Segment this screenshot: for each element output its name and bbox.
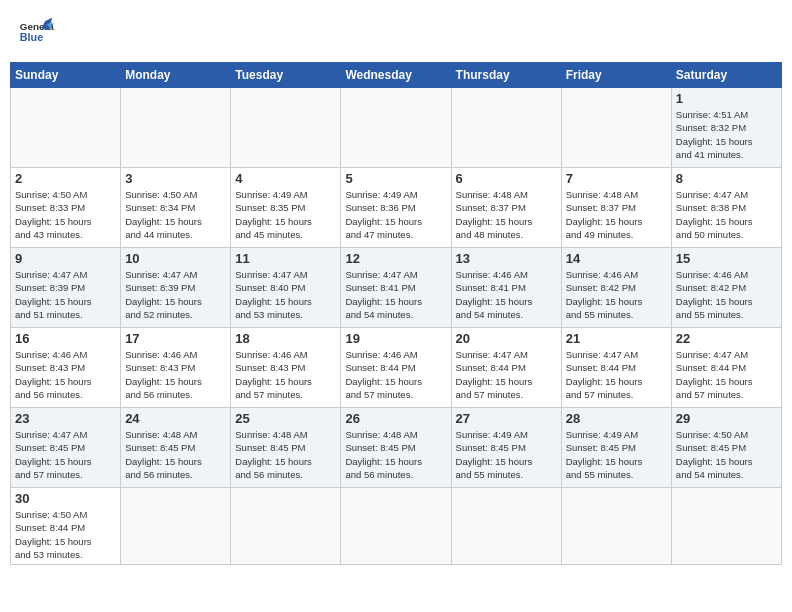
calendar-cell: 26Sunrise: 4:48 AM Sunset: 8:45 PM Dayli… [341, 408, 451, 488]
weekday-header-tuesday: Tuesday [231, 63, 341, 88]
day-info: Sunrise: 4:47 AM Sunset: 8:39 PM Dayligh… [15, 268, 116, 321]
calendar-cell: 14Sunrise: 4:46 AM Sunset: 8:42 PM Dayli… [561, 248, 671, 328]
day-info: Sunrise: 4:47 AM Sunset: 8:40 PM Dayligh… [235, 268, 336, 321]
day-number: 16 [15, 331, 116, 346]
calendar-cell: 19Sunrise: 4:46 AM Sunset: 8:44 PM Dayli… [341, 328, 451, 408]
calendar-header: SundayMondayTuesdayWednesdayThursdayFrid… [11, 63, 782, 88]
calendar-week-2: 2Sunrise: 4:50 AM Sunset: 8:33 PM Daylig… [11, 168, 782, 248]
calendar-cell: 6Sunrise: 4:48 AM Sunset: 8:37 PM Daylig… [451, 168, 561, 248]
day-number: 5 [345, 171, 446, 186]
calendar-cell: 23Sunrise: 4:47 AM Sunset: 8:45 PM Dayli… [11, 408, 121, 488]
day-number: 4 [235, 171, 336, 186]
calendar-cell: 12Sunrise: 4:47 AM Sunset: 8:41 PM Dayli… [341, 248, 451, 328]
calendar-cell [561, 88, 671, 168]
logo-icon: General Blue [18, 14, 54, 50]
weekday-header-thursday: Thursday [451, 63, 561, 88]
day-number: 2 [15, 171, 116, 186]
calendar-cell: 22Sunrise: 4:47 AM Sunset: 8:44 PM Dayli… [671, 328, 781, 408]
day-number: 27 [456, 411, 557, 426]
day-number: 1 [676, 91, 777, 106]
weekday-header-monday: Monday [121, 63, 231, 88]
calendar-cell [341, 488, 451, 565]
day-info: Sunrise: 4:50 AM Sunset: 8:33 PM Dayligh… [15, 188, 116, 241]
day-number: 28 [566, 411, 667, 426]
day-number: 3 [125, 171, 226, 186]
day-info: Sunrise: 4:47 AM Sunset: 8:44 PM Dayligh… [456, 348, 557, 401]
day-number: 25 [235, 411, 336, 426]
day-info: Sunrise: 4:46 AM Sunset: 8:43 PM Dayligh… [235, 348, 336, 401]
calendar-cell: 18Sunrise: 4:46 AM Sunset: 8:43 PM Dayli… [231, 328, 341, 408]
calendar-cell [231, 88, 341, 168]
calendar-cell: 29Sunrise: 4:50 AM Sunset: 8:45 PM Dayli… [671, 408, 781, 488]
calendar-cell: 13Sunrise: 4:46 AM Sunset: 8:41 PM Dayli… [451, 248, 561, 328]
day-number: 30 [15, 491, 116, 506]
day-info: Sunrise: 4:46 AM Sunset: 8:42 PM Dayligh… [676, 268, 777, 321]
day-number: 6 [456, 171, 557, 186]
calendar-cell: 16Sunrise: 4:46 AM Sunset: 8:43 PM Dayli… [11, 328, 121, 408]
calendar-week-6: 30Sunrise: 4:50 AM Sunset: 8:44 PM Dayli… [11, 488, 782, 565]
calendar-cell: 21Sunrise: 4:47 AM Sunset: 8:44 PM Dayli… [561, 328, 671, 408]
calendar-cell [671, 488, 781, 565]
day-number: 8 [676, 171, 777, 186]
day-info: Sunrise: 4:49 AM Sunset: 8:35 PM Dayligh… [235, 188, 336, 241]
day-info: Sunrise: 4:50 AM Sunset: 8:34 PM Dayligh… [125, 188, 226, 241]
calendar-cell [451, 488, 561, 565]
weekday-header-friday: Friday [561, 63, 671, 88]
calendar-cell [451, 88, 561, 168]
day-info: Sunrise: 4:48 AM Sunset: 8:45 PM Dayligh… [125, 428, 226, 481]
logo: General Blue [18, 14, 54, 50]
calendar-cell [561, 488, 671, 565]
calendar-cell: 30Sunrise: 4:50 AM Sunset: 8:44 PM Dayli… [11, 488, 121, 565]
calendar-cell: 15Sunrise: 4:46 AM Sunset: 8:42 PM Dayli… [671, 248, 781, 328]
day-number: 19 [345, 331, 446, 346]
day-info: Sunrise: 4:47 AM Sunset: 8:45 PM Dayligh… [15, 428, 116, 481]
calendar-body: 1Sunrise: 4:51 AM Sunset: 8:32 PM Daylig… [11, 88, 782, 565]
day-info: Sunrise: 4:47 AM Sunset: 8:39 PM Dayligh… [125, 268, 226, 321]
day-number: 7 [566, 171, 667, 186]
day-info: Sunrise: 4:46 AM Sunset: 8:41 PM Dayligh… [456, 268, 557, 321]
weekday-header-wednesday: Wednesday [341, 63, 451, 88]
day-number: 29 [676, 411, 777, 426]
calendar-cell [11, 88, 121, 168]
day-info: Sunrise: 4:51 AM Sunset: 8:32 PM Dayligh… [676, 108, 777, 161]
calendar-cell: 4Sunrise: 4:49 AM Sunset: 8:35 PM Daylig… [231, 168, 341, 248]
calendar-cell: 7Sunrise: 4:48 AM Sunset: 8:37 PM Daylig… [561, 168, 671, 248]
calendar-cell: 10Sunrise: 4:47 AM Sunset: 8:39 PM Dayli… [121, 248, 231, 328]
calendar-cell: 2Sunrise: 4:50 AM Sunset: 8:33 PM Daylig… [11, 168, 121, 248]
day-info: Sunrise: 4:49 AM Sunset: 8:45 PM Dayligh… [566, 428, 667, 481]
calendar-cell [341, 88, 451, 168]
day-info: Sunrise: 4:48 AM Sunset: 8:45 PM Dayligh… [345, 428, 446, 481]
calendar-cell: 28Sunrise: 4:49 AM Sunset: 8:45 PM Dayli… [561, 408, 671, 488]
day-number: 18 [235, 331, 336, 346]
calendar-cell: 20Sunrise: 4:47 AM Sunset: 8:44 PM Dayli… [451, 328, 561, 408]
calendar-cell: 24Sunrise: 4:48 AM Sunset: 8:45 PM Dayli… [121, 408, 231, 488]
calendar-cell: 9Sunrise: 4:47 AM Sunset: 8:39 PM Daylig… [11, 248, 121, 328]
day-number: 23 [15, 411, 116, 426]
day-number: 11 [235, 251, 336, 266]
day-info: Sunrise: 4:49 AM Sunset: 8:36 PM Dayligh… [345, 188, 446, 241]
day-number: 24 [125, 411, 226, 426]
day-number: 10 [125, 251, 226, 266]
day-info: Sunrise: 4:47 AM Sunset: 8:44 PM Dayligh… [566, 348, 667, 401]
day-info: Sunrise: 4:47 AM Sunset: 8:41 PM Dayligh… [345, 268, 446, 321]
day-number: 9 [15, 251, 116, 266]
calendar-cell: 1Sunrise: 4:51 AM Sunset: 8:32 PM Daylig… [671, 88, 781, 168]
day-number: 14 [566, 251, 667, 266]
day-info: Sunrise: 4:48 AM Sunset: 8:45 PM Dayligh… [235, 428, 336, 481]
calendar-cell: 5Sunrise: 4:49 AM Sunset: 8:36 PM Daylig… [341, 168, 451, 248]
calendar-cell: 25Sunrise: 4:48 AM Sunset: 8:45 PM Dayli… [231, 408, 341, 488]
day-info: Sunrise: 4:47 AM Sunset: 8:44 PM Dayligh… [676, 348, 777, 401]
day-info: Sunrise: 4:46 AM Sunset: 8:43 PM Dayligh… [125, 348, 226, 401]
calendar-cell [231, 488, 341, 565]
svg-text:Blue: Blue [20, 31, 43, 43]
day-info: Sunrise: 4:50 AM Sunset: 8:45 PM Dayligh… [676, 428, 777, 481]
day-number: 15 [676, 251, 777, 266]
calendar-cell: 3Sunrise: 4:50 AM Sunset: 8:34 PM Daylig… [121, 168, 231, 248]
day-number: 22 [676, 331, 777, 346]
calendar-week-1: 1Sunrise: 4:51 AM Sunset: 8:32 PM Daylig… [11, 88, 782, 168]
calendar-cell [121, 488, 231, 565]
calendar-cell: 8Sunrise: 4:47 AM Sunset: 8:38 PM Daylig… [671, 168, 781, 248]
calendar-cell: 27Sunrise: 4:49 AM Sunset: 8:45 PM Dayli… [451, 408, 561, 488]
day-info: Sunrise: 4:46 AM Sunset: 8:42 PM Dayligh… [566, 268, 667, 321]
calendar-cell [121, 88, 231, 168]
